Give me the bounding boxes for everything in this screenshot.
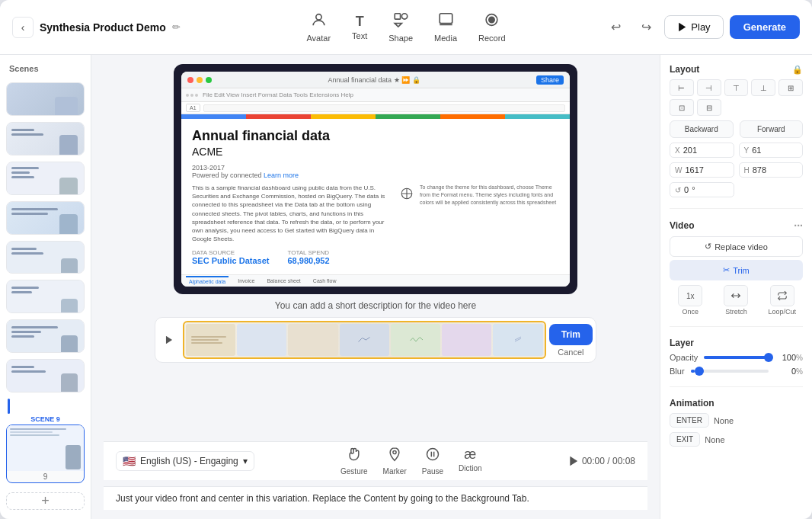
back-button[interactable]: ‹	[12, 17, 34, 38]
record-icon	[484, 11, 500, 32]
enter-animation-row: ENTER None	[670, 413, 803, 428]
right-panel: Layout 🔒 ⊢ ⊣ ⊤ ⊥ ⊞ ⊡ ⊟ Backward Forward	[660, 55, 812, 519]
layer-section: Layer Opacity 100 % Blur	[670, 338, 803, 376]
toolbar-avatar[interactable]: Avatar	[306, 11, 331, 43]
dot-yellow	[197, 77, 203, 83]
language-selector[interactable]: 🇺🇸 English (US) - Engaging ▾	[116, 451, 254, 471]
more-options-icon[interactable]: ···	[794, 219, 803, 232]
y-field[interactable]: Y 61	[739, 143, 804, 158]
opacity-slider[interactable]	[704, 356, 769, 359]
replace-video-button[interactable]: ↺ Replace video	[670, 236, 803, 257]
align-top-button[interactable]: ⊥	[751, 79, 775, 96]
scene-item[interactable]: 3	[6, 162, 85, 195]
enter-tag[interactable]: ENTER	[670, 413, 709, 428]
exit-value: None	[705, 435, 724, 444]
svg-point-4	[489, 17, 494, 22]
layout-section: Layout 🔒 ⊢ ⊣ ⊤ ⊥ ⊞ ⊡ ⊟ Backward Forward	[670, 64, 803, 197]
stretch-option[interactable]: Stretch	[715, 285, 756, 316]
timer-display: 00:00 / 00:08	[568, 456, 635, 466]
blur-slider[interactable]	[691, 370, 769, 373]
layout-title: Layout 🔒	[670, 64, 803, 75]
scene-item[interactable]: 2	[6, 122, 85, 155]
scene-item[interactable]: 6	[6, 280, 85, 313]
video-timeline: Trim Cancel	[155, 317, 596, 363]
align-right-button[interactable]: ⊤	[724, 79, 749, 96]
animation-section: Animation ENTER None EXIT None	[670, 398, 803, 447]
scene-item[interactable]: 1	[6, 82, 85, 116]
timeline-play-button[interactable]	[158, 329, 180, 351]
backward-button[interactable]: Backward	[670, 120, 734, 138]
w-field[interactable]: W 1617	[670, 162, 734, 178]
canvas-frame[interactable]: Annual financial data ★ ⏩ 🔒 Share File E…	[174, 64, 577, 294]
svg-point-0	[316, 14, 321, 20]
media-icon	[437, 11, 454, 32]
blur-handle[interactable]	[695, 367, 704, 376]
trim-panel-button[interactable]: ✂ Trim	[670, 260, 803, 280]
scene-item[interactable]: 7	[6, 319, 85, 353]
edit-icon[interactable]: ✏	[172, 21, 181, 33]
align-center-v-button[interactable]: ⊞	[778, 79, 803, 96]
scissors-icon: ✂	[723, 265, 730, 275]
trim-button[interactable]: Trim	[549, 324, 593, 345]
svg-rect-1	[395, 14, 400, 19]
toolbar-shape[interactable]: Shape	[388, 11, 413, 43]
forward-button[interactable]: Forward	[740, 120, 804, 138]
app-window: ‹ Synthesia Product Demo ✏ Avatar T Text…	[0, 0, 812, 519]
cancel-button[interactable]: Cancel	[558, 348, 583, 357]
opacity-handle[interactable]	[764, 353, 773, 362]
toolbar-media[interactable]: Media	[434, 11, 457, 43]
h-field[interactable]: H 878	[739, 162, 804, 178]
gesture-button[interactable]: Gesture	[340, 447, 368, 476]
canvas-container: Annual financial data ★ ⏩ 🔒 Share File E…	[104, 64, 647, 435]
loopcut-icon	[770, 285, 794, 306]
svg-point-14	[427, 449, 438, 460]
pause-button[interactable]: Pause	[422, 447, 443, 476]
add-scene-button[interactable]: +	[6, 492, 85, 510]
play-button[interactable]: Play	[664, 15, 723, 39]
header-right: ↩ ↪ Play Generate	[603, 15, 800, 40]
exit-tag[interactable]: EXIT	[670, 432, 700, 447]
rotation-row: ↺ 0 °	[670, 182, 803, 197]
diction-button[interactable]: æ Diction	[459, 447, 482, 476]
canvas-caption: You can add a short description for the …	[275, 300, 476, 311]
toolbar: Avatar T Text Shape Media	[306, 11, 505, 43]
avatar-icon	[310, 11, 327, 32]
x-field[interactable]: X 201	[670, 143, 734, 158]
spread-stats: DATA SOURCE SEC Public Dataset TOTAL SPE…	[192, 249, 559, 265]
loopcut-option[interactable]: Loop/Cut	[762, 285, 803, 316]
diction-icon: æ	[464, 447, 476, 463]
svg-marker-17	[571, 457, 577, 466]
toolbar-text[interactable]: T Text	[352, 14, 367, 40]
scene-item[interactable]: 8	[6, 359, 85, 392]
once-option[interactable]: 1x Once	[670, 285, 711, 316]
bottom-bar: 🇺🇸 English (US) - Engaging ▾ Gesture	[104, 441, 647, 480]
marker-button[interactable]: Marker	[383, 447, 407, 476]
shape-icon	[392, 11, 409, 32]
playback-options: 1x Once Stretch Loop/Cut	[670, 285, 803, 316]
align-left-button[interactable]: ⊢	[670, 79, 694, 96]
rotation-field[interactable]: ↺ 0 °	[670, 182, 734, 197]
project-title: Synthesia Product Demo	[40, 21, 166, 34]
scene-item[interactable]: 5	[6, 241, 85, 274]
distribute-h-button[interactable]: ⊟	[697, 99, 721, 116]
stretch-icon	[724, 285, 748, 306]
scenes-sidebar: Scenes 1 2 3	[0, 55, 91, 519]
main-area: Annual financial data ★ ⏩ 🔒 Share File E…	[91, 55, 660, 519]
undo-button[interactable]: ↩	[603, 15, 628, 40]
coord-row-wh: W 1617 H 878	[670, 162, 803, 178]
body: Scenes 1 2 3	[0, 55, 812, 519]
chevron-down-icon: ▾	[243, 456, 248, 466]
gesture-icon	[347, 447, 362, 466]
redo-button[interactable]: ↪	[634, 15, 658, 40]
toolbar-record[interactable]: Record	[478, 11, 505, 43]
spreadsheet-header: Annual financial data ★ ⏩ 🔒 Share	[181, 72, 570, 88]
layer-title: Layer	[670, 338, 803, 348]
scene-item[interactable]: 4	[6, 201, 85, 235]
svg-rect-3	[440, 14, 452, 24]
scene-item-active[interactable]: 9	[6, 424, 85, 483]
align-center-h-button[interactable]: ⊣	[697, 79, 721, 96]
align-bottom-button[interactable]: ⊡	[670, 99, 694, 116]
header-left: ‹ Synthesia Product Demo ✏	[12, 17, 181, 38]
divider-2	[670, 326, 803, 327]
generate-button[interactable]: Generate	[730, 15, 800, 39]
